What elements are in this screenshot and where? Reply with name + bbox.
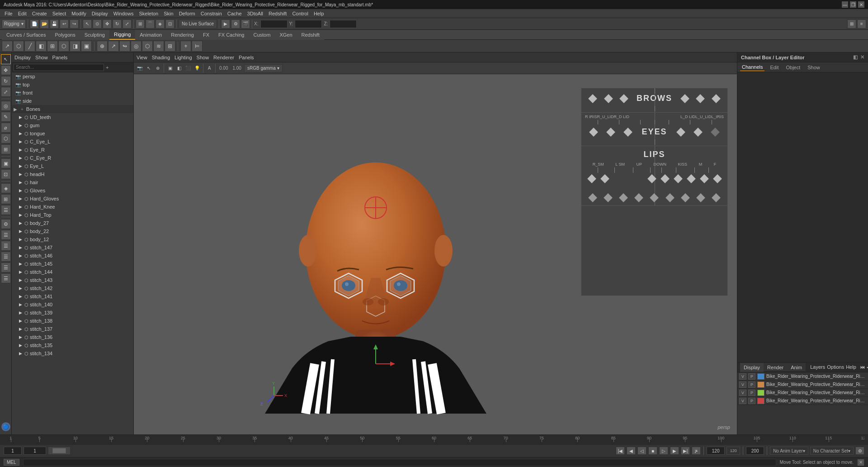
add-item-icon[interactable]: + — [106, 65, 108, 70]
tab-channels[interactable]: Channels — [740, 63, 764, 71]
more-settings-button[interactable]: ≡ — [857, 19, 866, 29]
outliner-C-Eye-R[interactable]: ▶ ⬡ C_Eye_R — [12, 154, 133, 162]
polygon-tool[interactable]: ⬡ — [1, 133, 11, 143]
outliner-Hard-Top[interactable]: ▶ ⬡ Hard_Top — [12, 211, 133, 219]
tab-sculpting[interactable]: Sculpting — [80, 30, 109, 40]
outliner-headH[interactable]: ▶ ⬡ headH — [12, 170, 133, 178]
lip-ctrl-8[interactable] — [713, 174, 722, 183]
layer-v-4[interactable]: V — [739, 398, 746, 404]
outliner-C-Eye-L[interactable]: ▶ ⬡ C_Eye_L — [12, 138, 133, 146]
layer-tab-display[interactable]: Display — [740, 363, 764, 372]
outliner-Hard-Gloves[interactable]: ▶ ⬡ Hard_Gloves — [12, 195, 133, 203]
snap-curve-button[interactable]: ⌒ — [146, 19, 155, 29]
snap-grid-tool[interactable]: ▣ — [1, 158, 11, 168]
rotate-mode-tool[interactable]: ↻ — [1, 76, 11, 86]
measure-tool[interactable]: ⊞ — [1, 144, 11, 154]
vp-show-menu[interactable]: Show — [197, 55, 209, 60]
outliner-UD-teeth[interactable]: ▶ ⬡ UD_teeth — [12, 113, 133, 121]
soft-select-tool[interactable]: ◎ — [1, 101, 11, 111]
tab-redshift[interactable]: Redshift — [297, 30, 324, 40]
outliner-stitch139[interactable]: ▶ ⬡ stitch_139 — [12, 309, 133, 317]
menu-3dtoall[interactable]: 3DtoAll — [245, 11, 266, 16]
lip-ctrl-1[interactable] — [587, 174, 596, 183]
layer-p-2[interactable]: P — [748, 381, 755, 388]
lattice-button[interactable]: ⬡ — [142, 41, 153, 52]
start-frame-input[interactable] — [4, 447, 22, 455]
eye-ctrl-3[interactable] — [623, 128, 632, 137]
play-back-button[interactable]: ◁ — [637, 447, 646, 455]
layer-rewind-icon[interactable]: ⏮ — [860, 364, 865, 370]
select-mode-tool[interactable]: ↖ — [1, 54, 11, 64]
vp-select-icon[interactable]: ↖ — [145, 64, 153, 72]
layer-name-2[interactable]: Bike_Rider_Wearing_Protective_Riderwear_… — [766, 382, 866, 387]
layer-name-3[interactable]: Bike_Rider_Wearing_Protective_Riderwear_… — [766, 390, 866, 395]
next-frame-button[interactable]: ▶ — [670, 447, 679, 455]
vp-snap-icon[interactable]: ⊕ — [154, 64, 162, 72]
menu-redshift[interactable]: Redshift — [266, 11, 289, 16]
tab-polygons[interactable]: Polygons — [50, 30, 80, 40]
outliner-stitch141[interactable]: ▶ ⬡ stitch_141 — [12, 292, 133, 300]
lip-ctrl-6[interactable] — [687, 174, 696, 183]
outliner-Eye-L[interactable]: ▶ ⬡ Eye_L — [12, 162, 133, 170]
current-frame-input[interactable] — [24, 447, 46, 455]
color-profile-dropdown[interactable]: sRGB gamma ▾ — [244, 64, 283, 72]
ik-handle-button[interactable]: ↗ — [108, 41, 119, 52]
eye-ctrl-1[interactable] — [589, 128, 598, 137]
camera-item-top[interactable]: 📷 top — [12, 81, 133, 89]
brow-ctrl-1[interactable] — [588, 94, 597, 103]
snap-grid-button[interactable]: ⊞ — [136, 19, 145, 29]
outliner-tool[interactable]: ☰ — [1, 273, 11, 283]
render-settings-button[interactable]: ⚙ — [231, 19, 240, 29]
move-tool-button[interactable]: ✥ — [103, 19, 112, 29]
outliner-body22[interactable]: ▶ ⬡ body_22 — [12, 227, 133, 235]
outliner-Hard-Knee[interactable]: ▶ ⬡ Hard_Knee — [12, 203, 133, 211]
vp-panels-menu[interactable]: Panels — [239, 55, 254, 60]
lip-ctrl-7[interactable] — [700, 174, 709, 183]
lip-ctrl-5[interactable] — [674, 174, 683, 183]
tab-custom[interactable]: Custom — [249, 30, 275, 40]
outliner-stitch147[interactable]: ▶ ⬡ stitch_147 — [12, 243, 133, 252]
render-view-button[interactable]: 🎬 — [241, 19, 250, 29]
tool-settings[interactable]: ⚙ — [1, 219, 11, 229]
sculpt-tool[interactable]: ⌀ — [1, 123, 11, 133]
layer-editor-tool[interactable]: ☰ — [1, 252, 11, 262]
eye-ctrl-6[interactable] — [711, 128, 720, 137]
plus-icon[interactable]: + — [180, 41, 191, 52]
lip-ctrl-9[interactable] — [588, 193, 597, 202]
custom-shelf-btn[interactable]: ⊨ — [192, 41, 203, 52]
play-forward-button[interactable]: ▷ — [659, 447, 668, 455]
layer-v-2[interactable]: V — [739, 381, 746, 388]
outliner-stitch135[interactable]: ▶ ⬡ stitch_135 — [12, 341, 133, 349]
menu-skeleton[interactable]: Skeleton — [136, 11, 161, 16]
close-button[interactable]: ✕ — [858, 1, 864, 8]
skin-button[interactable]: ⊞ — [165, 41, 175, 52]
vp-view-menu[interactable]: View — [137, 55, 147, 60]
z-coord-input[interactable] — [330, 20, 357, 28]
menu-create[interactable]: Create — [29, 11, 50, 16]
playback-end-input[interactable] — [746, 447, 764, 455]
viewport-canvas[interactable]: X Y Z BROWS — [134, 74, 737, 434]
timeline-ruler[interactable]: 1510152025303540455055606570758085909510… — [0, 435, 868, 445]
character-set-dropdown[interactable]: No Character Set ▾ — [810, 447, 854, 455]
new-scene-button[interactable]: 📄 — [30, 19, 39, 29]
save-scene-button[interactable]: 💾 — [50, 19, 59, 29]
layer-name-4[interactable]: Bike_Rider_Wearing_Protective_Riderwear_… — [766, 398, 866, 403]
outliner-stitch136[interactable]: ▶ ⬡ stitch_136 — [12, 333, 133, 341]
camera-item-front[interactable]: 📷 front — [12, 89, 133, 97]
outliner-gum[interactable]: ▶ ⬡ gum — [12, 121, 133, 129]
menu-constrain[interactable]: Constrain — [198, 11, 225, 16]
uv-button[interactable]: ⊞ — [47, 41, 58, 52]
command-input[interactable] — [23, 459, 776, 466]
redo-button[interactable]: ↪ — [70, 19, 79, 29]
menu-cache[interactable]: Cache — [225, 11, 245, 16]
menu-windows[interactable]: Windows — [111, 11, 137, 16]
vp-smooth-shade-icon[interactable]: ◧ — [175, 64, 183, 72]
camera-item-persp[interactable]: 📷 persp — [12, 72, 133, 81]
tab-object[interactable]: Object — [784, 64, 802, 71]
tab-show[interactable]: Show — [806, 64, 822, 71]
loop-button[interactable]: ⊁ — [692, 447, 701, 455]
menu-help[interactable]: Help — [311, 11, 327, 16]
channel-box-resize-icon[interactable]: ◧ — [853, 54, 858, 60]
no-live-surface-button[interactable]: No Live Surface — [179, 19, 217, 29]
minimize-button[interactable]: — — [842, 1, 848, 8]
